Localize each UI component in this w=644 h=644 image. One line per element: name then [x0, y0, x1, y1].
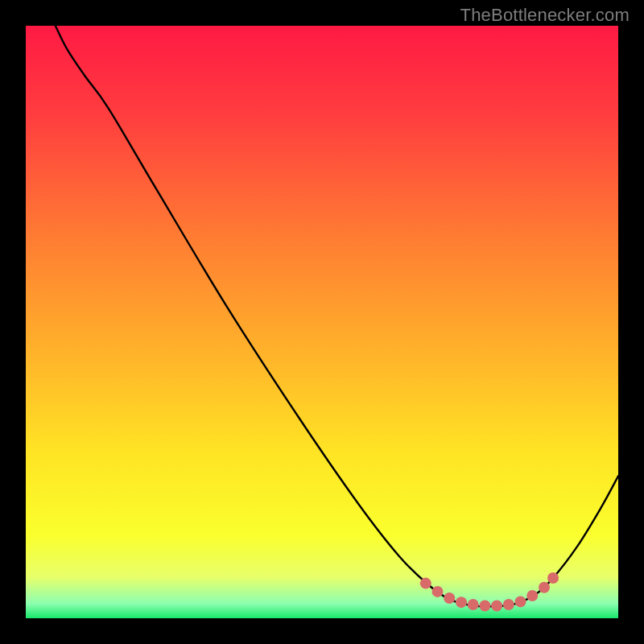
- optimal-marker: [444, 592, 455, 604]
- optimal-marker: [420, 578, 431, 589]
- bottleneck-chart: [0, 0, 644, 644]
- optimal-marker: [515, 596, 526, 607]
- optimal-marker: [503, 599, 514, 610]
- optimal-marker: [526, 590, 538, 601]
- optimal-marker: [479, 601, 490, 612]
- optimal-marker: [547, 572, 559, 584]
- optimal-marker: [468, 599, 479, 610]
- plot-background: [26, 26, 618, 618]
- optimal-marker: [539, 582, 550, 593]
- chart-stage: TheBottlenecker.com: [0, 0, 644, 644]
- optimal-marker: [432, 586, 444, 597]
- optimal-marker: [456, 597, 467, 608]
- optimal-marker: [491, 601, 502, 612]
